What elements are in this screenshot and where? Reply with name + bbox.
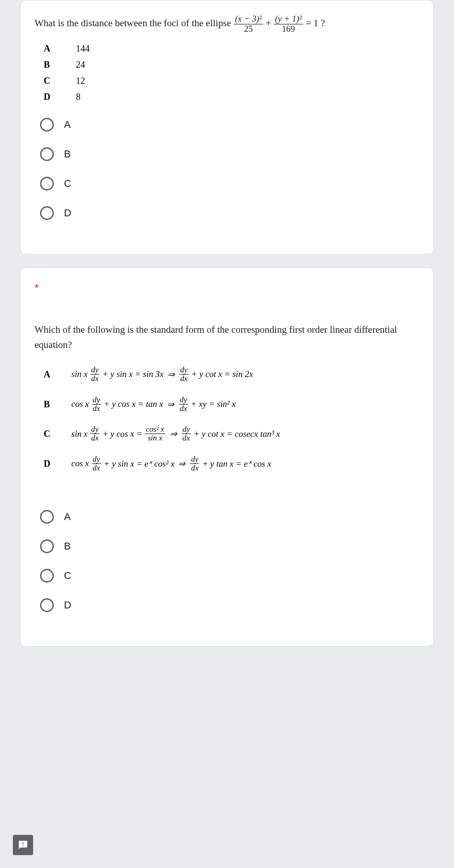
eq-label-c: C [44, 428, 71, 439]
q2-option-a[interactable]: A [40, 510, 420, 524]
arrow-icon: ⇒ [167, 369, 175, 380]
eq-label-d: D [44, 458, 71, 469]
left-term-a: + y sin x = sin 3x [102, 369, 163, 379]
eq-row-d: D cos x dy dx + y sin x = eˣ cos² x ⇒ dy… [44, 455, 420, 472]
q2-option-d[interactable]: D [40, 598, 420, 612]
left-term-b: + y cos x = tan x [104, 399, 163, 409]
coeff-c: sin x [71, 429, 87, 439]
cos2-num: cos² x [145, 425, 165, 434]
answer-value-b: 24 [76, 59, 85, 70]
eq-body-b: cos x dy dx + y cos x = tan x ⇒ dy dx + … [71, 396, 236, 413]
dydx-frac: dy dx [92, 396, 101, 413]
eq-body-d: cos x dy dx + y sin x = eˣ cos² x ⇒ dy d… [71, 455, 271, 472]
required-star: * [34, 282, 420, 295]
radio-icon [40, 510, 54, 524]
dx: dx [90, 434, 99, 442]
plus-sign: + [266, 17, 274, 29]
answer-row-a: A 144 [44, 43, 420, 54]
dydx-frac: dy dx [182, 425, 191, 442]
arrow-icon: ⇒ [170, 428, 177, 439]
dy: dy [182, 425, 191, 434]
radio-icon [40, 598, 54, 612]
question-2-prompt: Which of the following is the standard f… [34, 322, 420, 353]
q1-option-a[interactable]: A [40, 118, 420, 132]
dy: dy [179, 366, 189, 375]
eq-row-b: B cos x dy dx + y cos x = tan x ⇒ dy dx … [44, 396, 420, 413]
answer-value-a: 144 [76, 43, 90, 54]
frac1-den: 25 [234, 24, 264, 34]
question-card-2: * Which of the following is the standard… [20, 267, 434, 647]
eq-row-a: A sin x dy dx + y sin x = sin 3x ⇒ dy dx… [44, 366, 420, 383]
q2-option-b-label: B [64, 540, 71, 552]
q1-suffix: = 1 ? [306, 17, 325, 29]
dx: dx [90, 375, 99, 383]
eq-body-a: sin x dy dx + y sin x = sin 3x ⇒ dy dx +… [71, 366, 253, 383]
dy: dy [92, 396, 101, 405]
radio-icon [40, 147, 54, 161]
q1-option-a-label: A [64, 119, 71, 131]
radio-icon [40, 539, 54, 553]
dx: dx [179, 375, 189, 383]
q1-prompt-prefix: What is the distance between the foci of… [34, 17, 234, 29]
left-term-c: + y cos x = [102, 429, 142, 439]
answer-label-a: A [44, 43, 76, 54]
frac2-num: (y + 1)² [274, 14, 304, 24]
radio-icon [40, 177, 54, 191]
q1-option-c-label: C [64, 178, 71, 190]
fraction-2: (y + 1)² 169 [274, 14, 304, 34]
answer-label-c: C [44, 75, 76, 86]
dydx-frac: dy dx [179, 366, 189, 383]
question-card-1: What is the distance between the foci of… [20, 0, 434, 255]
dx: dx [92, 405, 101, 413]
q2-option-d-label: D [64, 599, 71, 611]
dx: dx [179, 405, 188, 413]
answer-row-b: B 24 [44, 59, 420, 70]
dydx-frac: dy dx [190, 455, 199, 472]
arrow-icon: ⇒ [178, 458, 185, 469]
coeff-d: cos x [71, 458, 89, 469]
coeff-b: cos x [71, 399, 89, 409]
right-term-c: + y cot x = cosecx tan³ x [194, 429, 280, 439]
answer-row-c: C 12 [44, 75, 420, 86]
cos2-frac: cos² x sin x [145, 425, 165, 442]
eq-label-a: A [44, 369, 71, 380]
dx: dx [190, 464, 199, 472]
radio-icon [40, 206, 54, 220]
dydx-frac: dy dx [90, 425, 99, 442]
q1-option-b[interactable]: B [40, 147, 420, 161]
q1-option-d[interactable]: D [40, 206, 420, 220]
dy: dy [179, 396, 188, 405]
dx: dx [182, 434, 191, 442]
q2-option-c[interactable]: C [40, 569, 420, 583]
q1-option-b-label: B [64, 148, 71, 160]
q1-option-c[interactable]: C [40, 177, 420, 191]
frac1-num: (x − 3)² [234, 14, 264, 24]
q1-option-d-label: D [64, 207, 71, 219]
dy: dy [90, 366, 99, 375]
frac2-den: 169 [274, 24, 304, 34]
q2-option-b[interactable]: B [40, 539, 420, 553]
dydx-frac: dy dx [179, 396, 188, 413]
eq-row-c: C sin x dy dx + y cos x = cos² x sin x ⇒… [44, 425, 420, 442]
q2-option-c-label: C [64, 570, 71, 582]
answer-label-d: D [44, 92, 76, 102]
dydx-frac: dy dx [90, 366, 99, 383]
coeff-a: sin x [71, 369, 87, 379]
right-term-a: + y cot x = sin 2x [191, 369, 253, 379]
q2-option-a-label: A [64, 511, 71, 523]
answer-row-d: D 8 [44, 92, 420, 102]
eq-body-c: sin x dy dx + y cos x = cos² x sin x ⇒ d… [71, 425, 280, 442]
question-1-prompt: What is the distance between the foci of… [34, 14, 420, 34]
radio-icon [40, 569, 54, 583]
answer-label-b: B [44, 59, 76, 70]
answer-key-table: A 144 B 24 C 12 D 8 [44, 43, 420, 102]
left-term-d: + y sin x = eˣ cos² x [104, 458, 175, 469]
cos2-den: sin x [147, 434, 163, 442]
dy: dy [92, 455, 101, 464]
answer-value-d: 8 [76, 92, 80, 102]
fraction-1: (x − 3)² 25 [234, 14, 264, 34]
answer-value-c: 12 [76, 75, 85, 86]
right-term-d: + y tan x = eˣ cos x [202, 458, 271, 469]
dydx-frac: dy dx [92, 455, 101, 472]
eq-label-b: B [44, 399, 71, 410]
